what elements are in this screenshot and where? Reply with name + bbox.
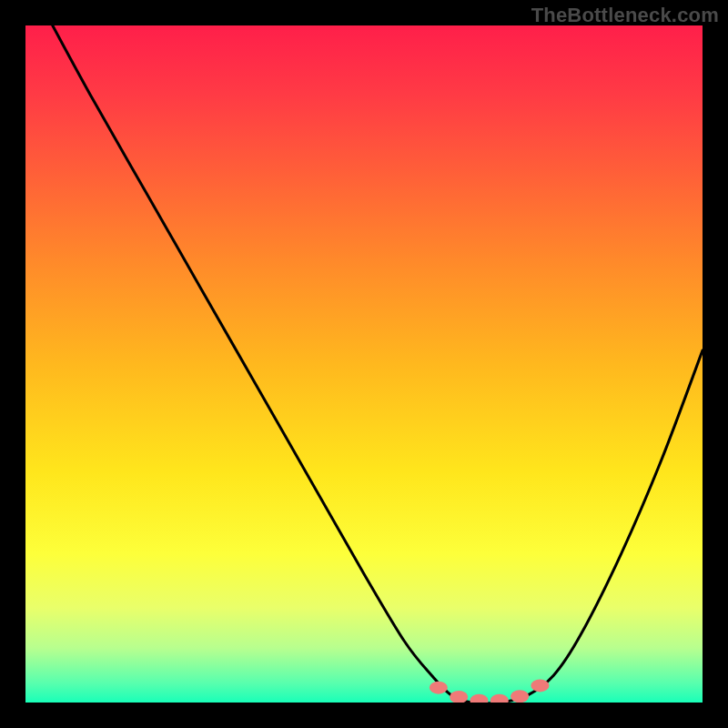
optimal-marker xyxy=(511,690,529,703)
bottleneck-curve xyxy=(53,25,703,703)
optimal-marker xyxy=(470,694,488,703)
optimal-marker xyxy=(490,694,509,703)
optimal-marker xyxy=(450,691,468,703)
optimal-marker xyxy=(531,679,549,692)
optimal-marker xyxy=(430,682,448,694)
chart-frame: TheBottleneck.com xyxy=(0,0,728,728)
watermark-text: TheBottleneck.com xyxy=(531,4,719,27)
curve-layer xyxy=(25,25,703,703)
plot-area xyxy=(25,25,703,703)
